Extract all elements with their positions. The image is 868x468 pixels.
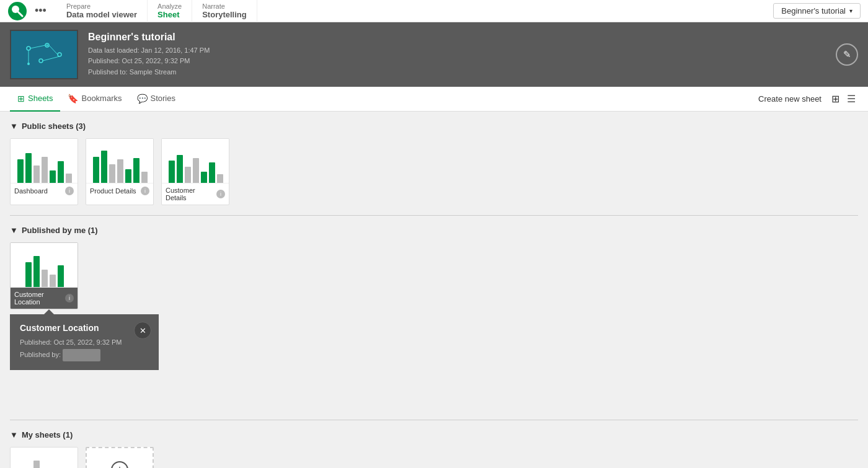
- public-sheets-row: Dashboard i Product Details i: [10, 138, 858, 205]
- svg-point-12: [27, 63, 30, 65]
- app-data-loaded: Data last loaded: Jan 12, 2016, 1:47 PM: [88, 45, 210, 56]
- published-by-me-row: Customer Location i: [10, 242, 858, 309]
- sheet-card-product-details[interactable]: Product Details i: [86, 138, 154, 205]
- info-popup-published-by: Published by:: [20, 349, 149, 361]
- svg-point-13: [46, 45, 48, 46]
- app-published-to: Published to: Sample Stream: [88, 67, 210, 78]
- app-published: Published: Oct 25, 2022, 9:32 PM: [88, 56, 210, 67]
- app-title: Beginner's tutorial: [88, 32, 210, 43]
- customer-details-info-icon[interactable]: i: [216, 190, 225, 198]
- collapse-icon[interactable]: ▼: [10, 121, 18, 131]
- info-popup: ✕ Customer Location Published: Oct 25, 2…: [10, 314, 159, 370]
- tabs-bar: ⊞ Sheets 🔖 Bookmarks 💬 Stories Create ne…: [0, 87, 868, 112]
- customer-details-chart: [169, 151, 223, 183]
- list-view-button[interactable]: ☰: [844, 92, 858, 106]
- bookmarks-icon: 🔖: [68, 94, 78, 104]
- sheet-card-private-sample[interactable]: Private sheet – sample i: [10, 447, 78, 468]
- section-divider-2: [10, 420, 858, 420]
- more-options-icon[interactable]: •••: [35, 4, 46, 17]
- product-details-info-icon[interactable]: i: [141, 187, 149, 195]
- dashboard-chart: [17, 151, 72, 183]
- nav-prepare[interactable]: Prepare Data model viewer: [56, 0, 148, 22]
- app-thumbnail: [10, 30, 78, 79]
- edit-icon: ✎: [843, 49, 851, 60]
- nav-analyze[interactable]: Analyze Sheet: [148, 0, 192, 22]
- product-details-label: Product Details: [90, 187, 136, 195]
- section-divider-1: [10, 215, 858, 216]
- info-popup-close-button[interactable]: ✕: [134, 322, 151, 339]
- info-popup-container: ✕ Customer Location Published: Oct 25, 2…: [10, 314, 159, 370]
- content-area: ▼ Public sheets (3) Dashboard i: [0, 112, 868, 468]
- my-sheets-row: Private sheet – sample i + Create new sh…: [10, 447, 858, 468]
- tab-bookmarks[interactable]: 🔖 Bookmarks: [60, 87, 129, 112]
- qlik-logo[interactable]: [7, 1, 27, 21]
- create-plus-icon: +: [111, 461, 128, 468]
- create-new-sheet-button[interactable]: Create new sheet: [758, 94, 822, 104]
- nav-narrate[interactable]: Narrate Storytelling: [192, 0, 257, 22]
- stories-icon: 💬: [137, 94, 148, 104]
- edit-button[interactable]: ✎: [836, 43, 858, 66]
- dashboard-label: Dashboard: [14, 187, 48, 195]
- private-sheet-chart: [25, 459, 64, 468]
- product-details-chart: [93, 151, 148, 183]
- svg-rect-3: [16, 36, 72, 73]
- view-toggle: ⊞ ☰: [829, 92, 858, 106]
- info-popup-published: Published: Oct 25, 2022, 9:32 PM: [20, 337, 149, 349]
- chevron-down-icon: ▾: [849, 7, 852, 14]
- sheet-card-dashboard[interactable]: Dashboard i: [10, 138, 78, 205]
- sheet-card-customer-details[interactable]: Customer Details i: [161, 138, 229, 205]
- sheets-icon: ⊞: [17, 94, 25, 104]
- customer-location-chart: [25, 255, 64, 287]
- public-sheets-header: ▼ Public sheets (3): [10, 121, 858, 131]
- app-info: Beginner's tutorial Data last loaded: Ja…: [88, 32, 210, 78]
- published-by-blurred: [63, 349, 100, 361]
- collapse-published-icon[interactable]: ▼: [10, 226, 18, 235]
- dashboard-info-icon[interactable]: i: [65, 187, 74, 195]
- customer-details-label: Customer Details: [166, 187, 216, 201]
- grid-view-button[interactable]: ⊞: [829, 92, 842, 106]
- collapse-my-sheets-icon[interactable]: ▼: [10, 430, 18, 439]
- published-by-me-header: ▼ Published by me (1): [10, 226, 858, 235]
- tab-stories[interactable]: 💬 Stories: [130, 87, 183, 112]
- customer-location-info-icon[interactable]: i: [65, 294, 74, 302]
- info-popup-title: Customer Location: [20, 323, 149, 333]
- app-header: Beginner's tutorial Data last loaded: Ja…: [0, 22, 868, 87]
- my-sheets-header: ▼ My sheets (1): [10, 430, 858, 439]
- sheet-card-customer-location[interactable]: Customer Location i: [10, 242, 78, 309]
- popup-arrow: [44, 309, 54, 314]
- customer-location-label: Customer Location: [14, 291, 65, 306]
- tab-sheets[interactable]: ⊞ Sheets: [10, 87, 60, 112]
- app-selector-button[interactable]: Beginner's tutorial ▾: [773, 3, 861, 19]
- top-nav: ••• Prepare Data model viewer Analyze Sh…: [0, 0, 868, 22]
- create-new-sheet-card[interactable]: + Create new sheet: [86, 447, 154, 468]
